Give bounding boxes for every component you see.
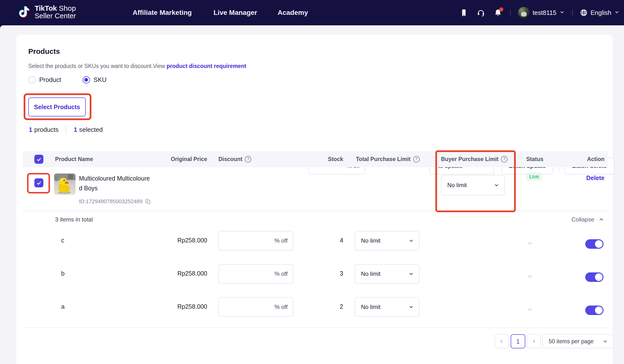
product-image-rubber-duck (54, 173, 76, 195)
sku-active-toggle[interactable] (585, 239, 603, 249)
items-total-label: 3 items in total (55, 211, 93, 228)
sku-original-price: Rp258.000 (145, 270, 207, 277)
nav-live-manager[interactable]: Live Manager (213, 0, 257, 25)
sku-total-purchase-limit-dropdown[interactable]: No limit (355, 264, 419, 284)
select-all-checkbox[interactable] (34, 155, 43, 164)
select-products-button[interactable]: Select Products (28, 97, 86, 117)
sku-stock: 4 (316, 237, 343, 244)
buyer-purchase-limit-value: No limit (447, 182, 467, 189)
col-header-discount: Discount? (218, 151, 251, 167)
total-purchase-limit-help-icon[interactable]: ? (413, 156, 420, 163)
sku-total-purchase-limit-dropdown[interactable]: No limit (355, 297, 419, 317)
page-size-value: 50 items per page (549, 338, 594, 345)
sku-name: a (61, 303, 65, 310)
radio-sku[interactable] (83, 76, 90, 84)
counts-bar: 1 products 1 selected (29, 125, 103, 134)
sku-discount-input[interactable] (218, 297, 293, 317)
products-card: Products Select the products or SKUs you… (16, 35, 613, 364)
items-total-row: 3 items in total Collapse (23, 211, 608, 228)
avatar[interactable] (518, 7, 530, 19)
username: test8115 (533, 9, 556, 17)
header-divider (572, 9, 572, 16)
top-navigation-bar: TikTok Shop Seller Center Affiliate Mark… (0, 0, 624, 25)
col-header-buyer-purchase-limit: Buyer Purchase Limit? (441, 151, 507, 167)
sku-limit-value: No limit (361, 304, 381, 310)
globe-icon (580, 9, 588, 17)
sku-stock: 3 (316, 270, 343, 277)
sku-total-purchase-limit-dropdown[interactable]: No limit (355, 231, 419, 250)
sku-limit-value: No limit (361, 270, 381, 277)
tiktok-shop-logo[interactable]: TikTok Shop Seller Center (17, 4, 76, 20)
radio-sku-label: SKU (94, 76, 106, 84)
check-icon (36, 156, 42, 162)
chevron-down-icon (614, 9, 620, 17)
table-bottom-divider (23, 327, 608, 328)
sku-row: a Rp258.000 2 No limit (23, 294, 608, 327)
chevron-down-icon (559, 9, 565, 17)
status-badge: Live (526, 172, 542, 181)
col-header-action: Action (587, 151, 604, 167)
col-header-stock: Stock (316, 151, 343, 167)
selected-count-label: selected (79, 126, 103, 134)
col-header-status: Status (526, 151, 543, 167)
mode-radio-group: Product SKU (28, 76, 106, 84)
headset-icon[interactable] (476, 8, 486, 18)
nav-affiliate-marketing[interactable]: Affiliate Marketing (133, 0, 192, 25)
collapse-toggle[interactable]: Collapse (572, 211, 604, 228)
buyer-purchase-limit-dropdown[interactable]: No limit (441, 175, 505, 195)
col-header-original-price: Original Price (145, 151, 207, 167)
chevron-right-icon (531, 339, 537, 344)
page-title: Products (28, 47, 60, 55)
header-right-cluster: test8115 English (459, 0, 620, 25)
buyer-purchase-limit-help-icon[interactable]: ? (501, 156, 507, 163)
next-page-button[interactable] (527, 334, 541, 348)
chevron-down-icon (408, 238, 414, 244)
chevron-down-icon (602, 339, 608, 344)
products-count-label: products (34, 126, 58, 134)
notification-dot (499, 7, 503, 11)
copy-icon[interactable] (145, 198, 151, 205)
table-row-product: Multicoloured Multicoloure d Boys ID:172… (23, 167, 608, 211)
pagination: 1 50 items per page (16, 334, 613, 348)
sku-discount-input[interactable] (218, 264, 293, 284)
chevron-down-icon (408, 271, 414, 277)
nav-academy[interactable]: Academy (278, 0, 308, 25)
sku-active-toggle[interactable] (585, 272, 603, 282)
sku-row: c Rp258.000 4 No limit (23, 228, 608, 261)
sku-original-price: Rp258.000 (145, 303, 207, 310)
discount-help-icon[interactable]: ? (245, 156, 251, 163)
language-selector[interactable]: English (580, 9, 620, 17)
status-placeholder-dash (528, 275, 532, 277)
tiktok-note-icon (17, 4, 31, 20)
radio-product[interactable] (28, 76, 36, 84)
chevron-down-icon (408, 304, 414, 310)
current-page-button[interactable]: 1 (511, 334, 525, 348)
page-size-select[interactable]: 50 items per page (542, 334, 614, 348)
counts-divider (66, 125, 66, 134)
page-background: Products Select the products or SKUs you… (0, 25, 624, 364)
check-icon (36, 180, 42, 186)
chevron-down-icon (494, 182, 499, 188)
sku-name: c (61, 237, 64, 244)
page-subtitle: Select the products or SKUs you want to … (28, 63, 246, 70)
chevron-up-icon (598, 216, 604, 223)
col-header-product-name: Product Name (55, 151, 93, 167)
product-discount-requirement-link[interactable]: product discount requirement (166, 63, 246, 69)
bell-icon[interactable] (493, 8, 503, 18)
products-count: 1 (29, 126, 32, 134)
sku-discount-input[interactable] (218, 231, 293, 250)
sku-active-toggle[interactable] (585, 306, 603, 315)
subtitle-text: Select the products or SKUs you want to … (28, 63, 166, 69)
sku-name: b (61, 270, 65, 277)
language-label: English (591, 9, 611, 17)
sku-stock: 2 (316, 303, 343, 310)
device-icon[interactable] (459, 8, 469, 18)
chevron-left-icon (499, 339, 504, 344)
row-checkbox[interactable] (34, 178, 43, 187)
col-header-total-purchase-limit: Total Purchase Limit? (356, 151, 420, 167)
user-menu[interactable]: test8115 (518, 7, 565, 19)
delete-link[interactable]: Delete (586, 174, 604, 182)
status-placeholder-dash (528, 242, 532, 244)
sku-row: b Rp258.000 3 No limit (23, 261, 608, 294)
prev-page-button[interactable] (494, 334, 509, 348)
